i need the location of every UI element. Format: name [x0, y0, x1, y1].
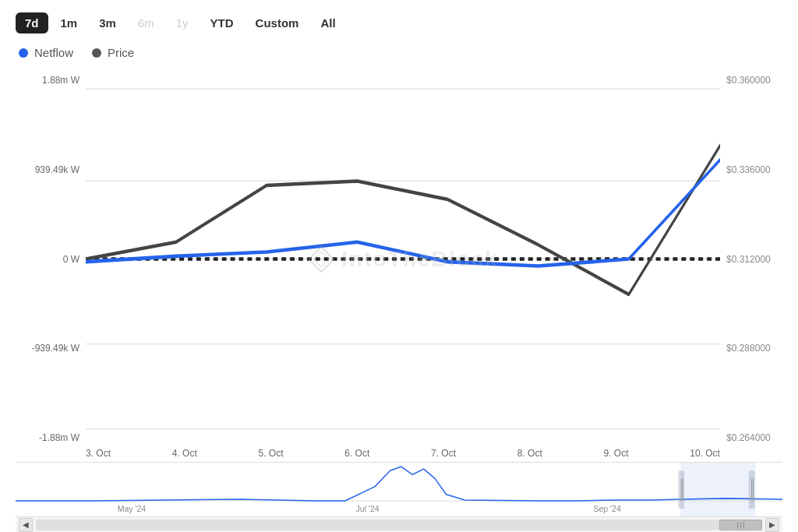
- svg-rect-9: [680, 463, 755, 516]
- chart-plot-area: IntoTheBlock: [86, 75, 720, 443]
- svg-text:May '24: May '24: [118, 504, 147, 513]
- svg-text:Jul '24: Jul '24: [356, 504, 380, 513]
- scroll-left-button[interactable]: ◀: [19, 518, 33, 532]
- handle-line-1: [737, 522, 738, 528]
- price-label: Price: [108, 46, 134, 59]
- x-label-1: 3. Oct: [86, 448, 111, 459]
- main-chart-svg: [86, 75, 720, 443]
- mini-chart-container: May '24 Jul '24 Sep '24 ◀: [16, 462, 782, 532]
- btn-1y[interactable]: 1y: [167, 12, 198, 33]
- svg-text:Sep '24: Sep '24: [593, 504, 620, 513]
- main-container: 7d 1m 3m 6m 1y YTD Custom All Netflow Pr…: [0, 0, 798, 532]
- x-axis: 3. Oct 4. Oct 5. Oct 6. Oct 7. Oct 8. Oc…: [86, 443, 720, 462]
- x-label-7: 9. Oct: [604, 448, 629, 459]
- y-right-bottom: $0.264000: [726, 432, 782, 443]
- y-right-mid: $0.312000: [726, 254, 782, 265]
- y-right-4: $0.288000: [726, 343, 782, 354]
- scroll-right-button[interactable]: ▶: [765, 518, 779, 532]
- y-right-top: $0.360000: [726, 75, 782, 86]
- btn-all[interactable]: All: [311, 12, 344, 33]
- y-label-mid: 0 W: [16, 254, 79, 265]
- mini-chart-svg: May '24 Jul '24 Sep '24: [16, 463, 782, 516]
- btn-3m[interactable]: 3m: [90, 12, 125, 33]
- btn-6m[interactable]: 6m: [129, 12, 164, 33]
- mini-chart[interactable]: May '24 Jul '24 Sep '24: [16, 463, 782, 516]
- y-label-2: 939.49k W: [16, 164, 79, 175]
- legend-netflow: Netflow: [19, 46, 73, 59]
- y-label-bottom: -1.88m W: [16, 432, 79, 443]
- scroll-thumb[interactable]: [719, 520, 762, 530]
- y-axis-left: 1.88m W 939.49k W 0 W -939.49k W -1.88m …: [16, 75, 86, 443]
- btn-ytd[interactable]: YTD: [201, 12, 243, 33]
- x-label-4: 6. Oct: [344, 448, 369, 459]
- x-label-5: 7. Oct: [431, 448, 456, 459]
- netflow-dot: [19, 48, 28, 58]
- x-label-3: 5. Oct: [259, 448, 284, 459]
- chart-legend: Netflow Price: [16, 46, 782, 59]
- price-dot: [92, 48, 101, 58]
- x-label-8: 10. Oct: [690, 448, 720, 459]
- btn-1m[interactable]: 1m: [51, 12, 87, 33]
- main-chart: 1.88m W 939.49k W 0 W -939.49k W -1.88m …: [16, 75, 782, 443]
- chart-area: 1.88m W 939.49k W 0 W -939.49k W -1.88m …: [16, 75, 782, 532]
- handle-line-2: [740, 522, 741, 528]
- y-label-top: 1.88m W: [16, 75, 79, 86]
- netflow-label: Netflow: [34, 46, 73, 59]
- scroll-track[interactable]: [36, 520, 762, 530]
- time-range-selector: 7d 1m 3m 6m 1y YTD Custom All: [16, 12, 782, 33]
- y-axis-right: $0.360000 $0.336000 $0.312000 $0.288000 …: [720, 75, 782, 443]
- btn-custom[interactable]: Custom: [246, 12, 309, 33]
- handle-line-3: [743, 522, 744, 528]
- btn-7d[interactable]: 7d: [16, 12, 48, 33]
- y-right-2: $0.336000: [726, 164, 782, 175]
- x-label-2: 4. Oct: [172, 448, 197, 459]
- x-label-6: 8. Oct: [517, 448, 542, 459]
- y-label-4: -939.49k W: [16, 343, 79, 354]
- scrollbar: ◀ ▶: [16, 516, 782, 532]
- legend-price: Price: [92, 46, 134, 59]
